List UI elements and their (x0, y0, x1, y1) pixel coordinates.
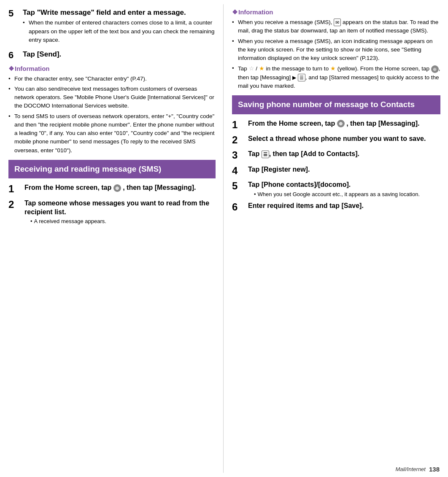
save-step-4-row: 4 Tap [Register new]. (232, 165, 440, 176)
right-info-bullet-2: When you receive a message (SMS), an ico… (232, 37, 440, 63)
menu-icon-2: ☰ (262, 151, 269, 158)
save-step-1-content: From the Home screen, tap ⊕ , then tap [… (248, 119, 440, 128)
right-info-bullet-3: Tap ☆ / ★ in the message to turn to ★ (y… (232, 64, 440, 90)
page-footer: Mail/Internet 138 (395, 466, 440, 473)
right-info-heading: Information (232, 8, 440, 16)
save-step-2-title: Select a thread whose phone number you w… (248, 135, 440, 143)
right-info-bullets: When you receive a message (SMS), ✉ appe… (232, 18, 440, 90)
left-info-bullet-1: For the character entry, see "Character … (8, 75, 216, 83)
step-6-content: Tap [Send]. (23, 50, 216, 60)
save-step-3-title: Tap ☰, then tap [Add to Contacts]. (248, 150, 440, 159)
left-column: 5 Tap "Write message" field and enter a … (0, 4, 224, 473)
left-info-bullet-3: To send SMS to users of overseas network… (8, 112, 216, 155)
footer-page-number: 138 (429, 466, 440, 473)
recv-step-2-bullet: A received message appears. (24, 218, 216, 224)
save-step-6-content: Enter required items and tap [Save]. (248, 202, 440, 210)
save-step-6-title: Enter required items and tap [Save]. (248, 202, 440, 210)
recv-step-1-number: 1 (8, 183, 21, 194)
home-icon-2: ⊕ (431, 65, 439, 73)
save-step-5-row: 5 Tap [Phone contacts]/[docomo]. When yo… (232, 181, 440, 197)
right-info-bullet-1: When you receive a message (SMS), ✉ appe… (232, 18, 440, 35)
sms-icon: ✉ (334, 19, 341, 26)
home-icon: ⊕ (113, 184, 121, 192)
right-column: Information When you receive a message (… (224, 4, 448, 473)
footer-section-label: Mail/Internet (395, 466, 426, 472)
step-5-bullets: When the number of entered characters co… (23, 19, 216, 44)
step-6-row: 6 Tap [Send]. (8, 50, 216, 60)
save-step-1-number: 1 (232, 119, 245, 130)
left-info-bullets: For the character entry, see "Character … (8, 75, 216, 155)
recv-step-2-row: 2 Tap someone whose messages you want to… (8, 199, 216, 225)
step-5-title: Tap "Write message" field and enter a me… (23, 8, 216, 17)
save-step-4-number: 4 (232, 165, 245, 176)
save-step-3-content: Tap ☰, then tap [Add to Contacts]. (248, 150, 440, 159)
save-step-5-content: Tap [Phone contacts]/[docomo]. When you … (248, 181, 440, 197)
recv-step-2-content: Tap someone whose messages you want to r… (24, 199, 216, 225)
star-yellow-icon: ★ (330, 65, 336, 72)
step-6-number: 6 (8, 50, 20, 60)
save-step-3-row: 3 Tap ☰, then tap [Add to Contacts]. (232, 150, 440, 161)
save-step-1-title: From the Home screen, tap ⊕ , then tap [… (248, 119, 440, 128)
arrow-icon: ▶ (292, 75, 296, 81)
right-info-section: Information When you receive a message (… (232, 8, 440, 90)
step-5-bullet-1: When the number of entered characters co… (23, 19, 216, 44)
save-step-2-number: 2 (232, 135, 245, 146)
saving-banner: Saving phone number of message to Contac… (232, 95, 440, 114)
home-icon-3: ⊕ (337, 120, 345, 127)
save-step-4-title: Tap [Register new]. (248, 165, 440, 174)
star-filled-icon: ★ (259, 65, 264, 72)
menu-icon: ☰ (298, 74, 305, 81)
step-5-content: Tap "Write message" field and enter a me… (23, 8, 216, 46)
save-step-5-bullet: When you set Google account etc., it app… (248, 191, 440, 197)
save-step-3-number: 3 (232, 150, 245, 161)
recv-step-2-title: Tap someone whose messages you want to r… (24, 199, 216, 217)
save-step-5-title: Tap [Phone contacts]/[docomo]. (248, 181, 440, 189)
save-step-4-content: Tap [Register new]. (248, 165, 440, 174)
left-info-section: Information For the character entry, see… (8, 65, 216, 155)
receiving-banner: Receiving and reading message (SMS) (8, 160, 216, 179)
save-step-1-row: 1 From the Home screen, tap ⊕ , then tap… (232, 119, 440, 130)
save-step-5-number: 5 (232, 181, 245, 191)
save-step-2-row: 2 Select a thread whose phone number you… (232, 135, 440, 146)
step-6-title: Tap [Send]. (23, 50, 216, 59)
save-step-6-row: 6 Enter required items and tap [Save]. (232, 202, 440, 213)
step-5-row: 5 Tap "Write message" field and enter a … (8, 8, 216, 46)
save-step-2-content: Select a thread whose phone number you w… (248, 135, 440, 143)
recv-step-2-number: 2 (8, 199, 21, 210)
recv-step-1-row: 1 From the Home screen, tap ⊕ , then tap… (8, 183, 216, 194)
star-outline-icon: ☆ (249, 65, 254, 72)
left-info-bullet-2: You can also send/receive text messages … (8, 85, 216, 110)
recv-step-1-content: From the Home screen, tap ⊕ , then tap [… (24, 183, 216, 192)
left-info-heading: Information (8, 65, 216, 73)
step-5-number: 5 (8, 8, 20, 19)
recv-step-1-title: From the Home screen, tap ⊕ , then tap [… (24, 183, 216, 192)
save-step-6-number: 6 (232, 202, 245, 213)
